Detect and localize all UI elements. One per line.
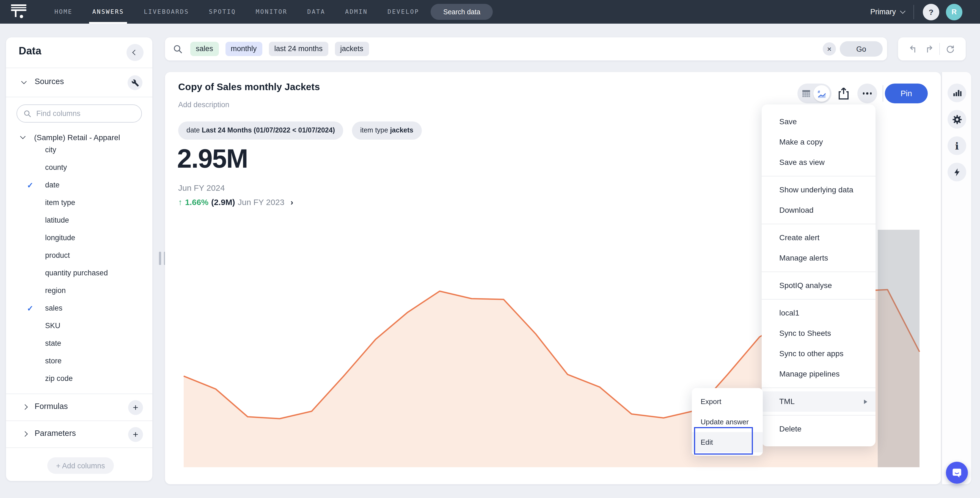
column-date[interactable]: ✓date xyxy=(6,177,152,195)
menu-item-download[interactable]: Download xyxy=(762,200,875,220)
find-columns-input[interactable] xyxy=(36,109,130,117)
menu-item-sync-to-other-apps[interactable]: Sync to other apps xyxy=(762,344,875,364)
column-quantity-purchased[interactable]: quantity purchased xyxy=(6,265,152,282)
reset-button[interactable] xyxy=(945,44,955,54)
kpi-change-row[interactable]: ↑ 1.66% (2.9M) Jun FY 2023 › xyxy=(178,197,293,207)
column-longitude[interactable]: longitude xyxy=(6,230,152,247)
search-token-sales[interactable]: sales xyxy=(190,42,219,56)
nav-item-answers[interactable]: ANSWERS xyxy=(92,0,124,24)
sources-section[interactable]: Sources xyxy=(6,68,152,97)
column-region[interactable]: region xyxy=(6,282,152,300)
search-icon xyxy=(173,44,183,54)
column-item-type[interactable]: item type xyxy=(6,195,152,212)
search-data-button[interactable]: Search data xyxy=(431,4,493,20)
kpi-previous-value: (2.9M) xyxy=(211,197,235,207)
table-icon xyxy=(801,88,812,99)
formulas-label: Formulas xyxy=(35,402,68,411)
avatar-initial: R xyxy=(952,8,957,16)
menu-item-show-underlying-data[interactable]: Show underlying data xyxy=(762,180,875,200)
collapse-panel-button[interactable] xyxy=(126,44,143,61)
table-view-button[interactable] xyxy=(801,88,812,101)
search-token-jackets[interactable]: jackets xyxy=(335,42,369,56)
search-token-last-24-months[interactable]: last 24 months xyxy=(269,42,328,56)
add-parameter-button[interactable]: + xyxy=(128,427,143,442)
column-store[interactable]: store xyxy=(6,353,152,371)
menu-item-manage-alerts[interactable]: Manage alerts xyxy=(762,248,875,268)
go-button[interactable]: Go xyxy=(840,41,883,57)
nav-item-monitor[interactable]: MONITOR xyxy=(256,0,287,24)
column-sales[interactable]: ✓sales xyxy=(6,300,152,318)
details-button[interactable]: i xyxy=(948,136,966,155)
menu-item-make-a-copy[interactable]: Make a copy xyxy=(762,132,875,152)
kpi-period: Jun FY 2024 xyxy=(178,183,225,192)
org-switcher[interactable]: Primary xyxy=(870,8,905,16)
column-product[interactable]: product xyxy=(6,247,152,265)
thoughtspot-logo-icon[interactable] xyxy=(11,5,27,20)
submenu-item-update-answer[interactable]: Update answer xyxy=(692,412,763,432)
search-token-monthly[interactable]: monthly xyxy=(225,42,262,56)
menu-item-spotiq-analyse[interactable]: SpotIQ analyse xyxy=(762,275,875,296)
chart-view-button[interactable]: # xyxy=(813,85,830,102)
avatar[interactable]: R xyxy=(946,3,963,20)
clear-search-button[interactable]: × xyxy=(823,42,836,56)
menu-item-tml[interactable]: TML xyxy=(762,391,875,412)
help-button[interactable]: ? xyxy=(923,3,939,20)
chat-launcher-button[interactable] xyxy=(946,462,968,484)
menu-item-create-alert[interactable]: Create alert xyxy=(762,228,875,248)
chart-config-button[interactable] xyxy=(948,84,966,102)
last-point-highlight-band xyxy=(878,230,920,467)
chart-icon: # xyxy=(816,88,827,99)
formulas-section[interactable]: Formulas + xyxy=(6,394,152,420)
chevron-down-icon xyxy=(900,8,905,14)
settings-button[interactable] xyxy=(948,110,966,128)
tml-submenu: Export Update answer Edit xyxy=(692,388,763,456)
add-description[interactable]: Add description xyxy=(178,101,229,109)
nav-item-liveboards[interactable]: LIVEBOARDS xyxy=(144,0,189,24)
nav-divider xyxy=(913,5,914,19)
chevron-down-icon xyxy=(21,79,27,84)
search-icon xyxy=(24,109,31,117)
menu-item-manage-pipelines[interactable]: Manage pipelines xyxy=(762,364,875,384)
history-toolbar xyxy=(898,37,966,60)
column-sku[interactable]: SKU xyxy=(6,318,152,335)
nav-item-develop[interactable]: DEVELOP xyxy=(387,0,419,24)
menu-item-sync-to-sheets[interactable]: Sync to Sheets xyxy=(762,323,875,344)
submenu-item-edit[interactable]: Edit xyxy=(692,432,763,452)
data-panel: Data Sources (Sample) Retail - Apparel xyxy=(6,37,152,481)
undo-button[interactable] xyxy=(908,44,918,54)
column-state[interactable]: state xyxy=(6,335,152,353)
column-city[interactable]: city xyxy=(6,142,152,159)
parameters-label: Parameters xyxy=(35,429,76,438)
nav-item-home[interactable]: HOME xyxy=(54,0,73,24)
column-latitude[interactable]: latitude xyxy=(6,212,152,230)
nav-item-data[interactable]: DATA xyxy=(307,0,325,24)
find-columns-search[interactable] xyxy=(16,105,142,122)
column-county[interactable]: county xyxy=(6,159,152,177)
column-zip-code[interactable]: zip code xyxy=(6,371,152,388)
menu-item-local1[interactable]: local1 xyxy=(762,303,875,323)
choose-sources-button[interactable] xyxy=(127,75,142,90)
sources-label: Sources xyxy=(35,77,64,86)
parameters-section[interactable]: Parameters + xyxy=(6,421,152,447)
more-options-button[interactable] xyxy=(858,84,877,103)
submenu-item-export[interactable]: Export xyxy=(692,391,763,412)
menu-item-delete[interactable]: Delete xyxy=(762,419,875,439)
question-icon: ? xyxy=(929,8,933,16)
spotiq-insights-button[interactable] xyxy=(948,163,966,181)
kpi-change-pct: 1.66% xyxy=(185,197,208,207)
menu-item-save-as-view[interactable]: Save as view xyxy=(762,152,875,173)
share-button[interactable] xyxy=(837,86,850,103)
menu-item-save[interactable]: Save xyxy=(762,112,875,132)
search-bar[interactable]: sales monthly last 24 months jackets × G… xyxy=(165,37,887,60)
add-formula-button[interactable]: + xyxy=(128,400,143,415)
pin-button[interactable]: Pin xyxy=(885,84,928,103)
filter-chip-date[interactable]: date Last 24 Months (01/07/2022 < 01/07/… xyxy=(178,122,343,140)
add-columns-button[interactable]: + Add columns xyxy=(47,457,114,474)
filter-chip-item-type[interactable]: item type jackets xyxy=(352,122,422,140)
redo-button[interactable] xyxy=(924,44,934,54)
source-table-name: (Sample) Retail - Apparel xyxy=(34,133,120,142)
nav-item-spotiq[interactable]: SPOTIQ xyxy=(209,0,236,24)
filter-chips: date Last 24 Months (01/07/2022 < 01/07/… xyxy=(178,122,422,140)
history-divider xyxy=(939,43,940,55)
nav-item-admin[interactable]: ADMIN xyxy=(345,0,368,24)
